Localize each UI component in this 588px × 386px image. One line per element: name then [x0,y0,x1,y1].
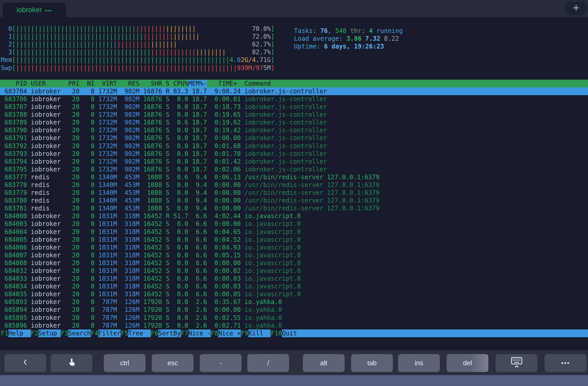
cell-pri: 20 [65,119,80,126]
process-row-685896[interactable]: 685896 iobroker 20 0 787M 126M 17920 S 0… [0,322,588,329]
process-table-header[interactable]: PID USER PRI NI VIRT RES SHR S CPU%MEM%-… [0,80,588,87]
esc-key[interactable]: esc [152,354,194,372]
process-row-684035[interactable]: 684035 iobroker 20 0 1031M 318M 16452 S … [0,290,588,298]
process-row-683778[interactable]: 683778 redis 20 0 1340M 453M 1088 S 0.0 … [0,181,588,189]
process-row-683790[interactable]: 683790 iobroker 20 0 1732M 902M 16876 S … [0,126,588,134]
fkey-F4-action[interactable]: Filter [98,329,121,337]
cell-user: iobroker [31,150,65,157]
sort-column-mem[interactable]: MEM%- [188,80,207,87]
cell-shr: 16876 [140,127,162,134]
cell-shr: 16876 [140,134,162,142]
minus-key[interactable]: - [200,354,242,372]
cell-user: redis [31,205,65,212]
cell-shr: 17920 [140,322,162,329]
cell-res: 318M [117,259,140,267]
fkey-number-F10[interactable]: F10 [271,329,282,337]
process-row-684003[interactable]: 684003 iobroker 20 0 1031M 318M 16452 S … [0,220,588,228]
process-row-683777[interactable]: 683777 redis 20 0 1340M 453M 1088 S 0.6 … [0,173,588,181]
process-row-684005[interactable]: 684005 iobroker 20 0 1031M 318M 16452 S … [0,236,588,244]
process-row-684006[interactable]: 684006 iobroker 20 0 1031M 318M 16452 S … [0,244,588,251]
cell-res: 318M [117,228,140,236]
process-row-683780[interactable]: 683780 redis 20 0 1340M 453M 1088 S 0.0 … [0,197,588,204]
cell-virt: 1732M [94,119,117,126]
terminal[interactable]: 0[||||||||||||||||||||||||||||||||||||||… [0,17,588,350]
fkey-F8-action[interactable]: Nice + [218,329,241,337]
process-row-683792[interactable]: 683792 iobroker 20 0 1732M 902M 16876 S … [0,142,588,150]
process-row-683794[interactable]: 683794 iobroker 20 0 1732M 902M 16876 S … [0,158,588,166]
session-tab-iobroker[interactable]: iobroker ••• [3,3,66,17]
new-tab-button[interactable]: + [565,2,587,15]
fkey-F1-action[interactable]: Help [8,329,31,337]
process-row-683786[interactable]: 683786 iobroker 20 0 1732M 902M 16876 S … [0,95,588,103]
header-cells: TIME+ Command [207,80,271,87]
fkey-F5-action[interactable]: Tree [128,329,151,337]
process-row-683793[interactable]: 683793 iobroker 20 0 1732M 902M 16876 S … [0,150,588,158]
process-row-683795[interactable]: 683795 iobroker 20 0 1732M 902M 16876 S … [0,166,588,173]
cell-state: S [162,181,169,189]
fkey-number-F8[interactable]: F8 [211,329,218,337]
fkey-number-F4[interactable]: F4 [91,329,98,337]
more-keys-key[interactable]: ••• [545,354,586,372]
tab-menu-icon[interactable]: ••• [45,6,52,14]
meter-gap [177,41,252,48]
del-key[interactable]: del [447,354,488,372]
gap [27,220,31,228]
process-row-684008[interactable]: 684008 iobroker 20 0 1031M 318M 16452 S … [0,259,588,267]
fkey-F3-action[interactable]: Search [68,329,91,337]
fkey-number-F3[interactable]: F3 [61,329,68,337]
blank-line [0,72,588,80]
cell-pri: 20 [65,291,80,298]
fkey-number-F1[interactable]: F1 [1,329,8,337]
fkey-number-F6[interactable]: F6 [151,329,158,337]
fkey-number-F2[interactable]: F2 [31,329,38,337]
alt-key[interactable]: alt [303,354,345,372]
cell-shr: 16876 [140,150,162,157]
process-row-684033[interactable]: 684033 iobroker 20 0 1031M 318M 16452 S … [0,275,588,282]
fkey-F7-action[interactable]: Nice - [188,329,211,337]
process-row-685895[interactable]: 685895 iobroker 20 0 787M 126M 17920 S 0… [0,314,588,322]
uptime-line-segment: Uptime: [294,43,324,50]
fkey-F10-action[interactable]: Quit [282,329,297,337]
cell-cpu: 0.0 [169,259,188,267]
ins-key[interactable]: ins [398,354,440,372]
process-row-685894[interactable]: 685894 iobroker 20 0 787M 126M 17920 S 0… [0,306,588,314]
load-average-line-segment: 8.22 [384,35,399,42]
cell-pri: 20 [65,103,80,111]
process-row-684034[interactable]: 684034 iobroker 20 0 1031M 318M 16452 S … [0,282,588,290]
plus-icon: + [573,2,579,13]
cell-state: S [162,95,169,103]
touch-mode-key[interactable] [51,354,92,372]
process-row-683789[interactable]: 683789 iobroker 20 0 1732M 902M 16876 S … [0,119,588,126]
meter-bar-segment: ||||||||||||||||||||||||||||||||||||||||… [16,56,230,64]
fkey-number-F7[interactable]: F7 [181,329,188,337]
meter-close-bracket: ] [271,41,274,48]
process-row-683787[interactable]: 683787 iobroker 20 0 1732M 902M 16876 S … [0,103,588,111]
process-row-685893[interactable]: 685893 iobroker 20 0 787M 126M 17920 S 0… [0,298,588,306]
fkey-F2-action[interactable]: Setup [38,329,61,337]
process-row-683788[interactable]: 683788 iobroker 20 0 1732M 902M 16876 S … [0,111,588,119]
gap [27,197,31,204]
cell-time: 0:01.68 [207,142,241,150]
process-row-684000[interactable]: 684000 iobroker 20 0 1031M 318M 16452 R … [0,212,588,220]
cell-ni: 0 [79,197,94,204]
cell-mem: 6.6 [188,291,207,298]
slash-key[interactable]: / [247,354,289,372]
process-row-683784[interactable]: 683784 iobroker 20 0 1732M 902M 16876 R … [0,87,588,95]
fkey-F9-action[interactable]: Kill [248,329,271,337]
process-row-684007[interactable]: 684007 iobroker 20 0 1031M 318M 16452 S … [0,251,588,259]
back-key[interactable] [4,354,46,372]
tab-key[interactable]: tab [351,354,393,372]
fkey-number-F5[interactable]: F5 [121,329,128,337]
fkey-F6-action[interactable]: SortBy [158,329,181,337]
hide-keyboard-key[interactable] [496,354,537,372]
process-row-683779[interactable]: 683779 redis 20 0 1340M 453M 1088 S 0.0 … [0,189,588,197]
process-row-683791[interactable]: 683791 iobroker 20 0 1732M 902M 16876 S … [0,134,588,142]
process-row-683781[interactable]: 683781 redis 20 0 1340M 453M 1088 S 0.0 … [0,204,588,212]
touch-icon [67,357,76,369]
ctrl-key[interactable]: ctrl [104,354,146,372]
cell-virt: 787M [94,314,117,321]
process-row-684032[interactable]: 684032 iobroker 20 0 1031M 318M 16452 S … [0,267,588,275]
fkey-number-F9[interactable]: F9 [241,329,248,337]
process-row-684004[interactable]: 684004 iobroker 20 0 1031M 318M 16452 S … [0,228,588,236]
cell-pri: 20 [65,111,80,118]
